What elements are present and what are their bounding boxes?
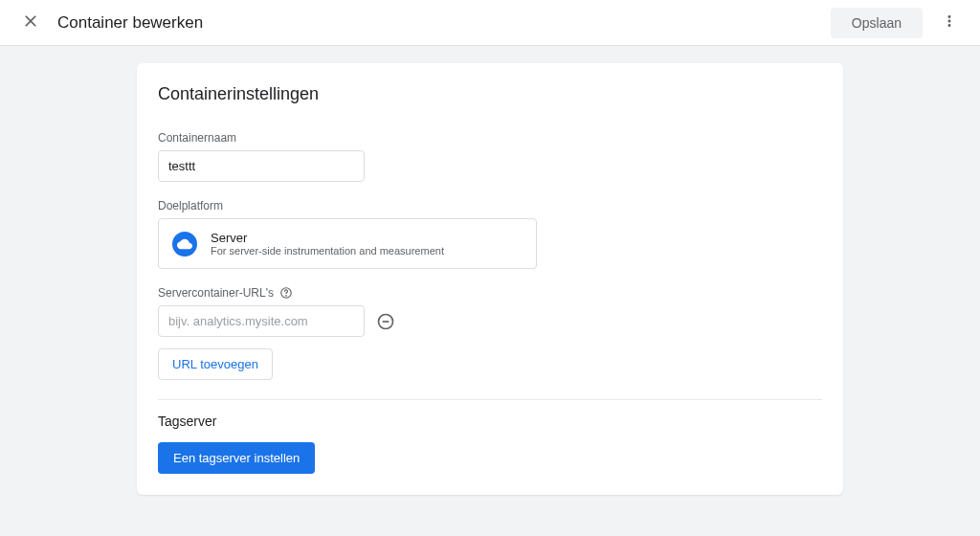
close-button[interactable]: [11, 4, 50, 42]
platform-name: Server: [211, 231, 444, 245]
platform-selector[interactable]: Server For server-side instrumentation a…: [158, 218, 537, 269]
url-input[interactable]: [158, 305, 365, 337]
svg-point-1: [286, 296, 287, 297]
settings-card: Containerinstellingen Containernaam Doel…: [137, 63, 843, 495]
url-row: [158, 305, 822, 337]
container-name-group: Containernaam: [158, 131, 822, 182]
close-icon: [21, 11, 40, 34]
platform-label: Doelplatform: [158, 199, 822, 212]
settings-title: Containerinstellingen: [158, 84, 822, 104]
tagserver-title: Tagserver: [158, 413, 822, 429]
save-button[interactable]: Opslaan: [831, 8, 923, 38]
remove-circle-icon: [376, 318, 395, 334]
setup-tagserver-button[interactable]: Een tagserver instellen: [158, 442, 315, 474]
container-name-input[interactable]: [158, 150, 365, 182]
add-url-button[interactable]: URL toevoegen: [158, 348, 273, 380]
more-vert-icon: [941, 12, 958, 34]
remove-url-button[interactable]: [376, 312, 395, 331]
header: Container bewerken Opslaan: [0, 0, 980, 46]
divider: [158, 399, 822, 400]
page-title: Container bewerken: [57, 13, 203, 33]
help-icon[interactable]: [279, 286, 293, 300]
platform-description: For server-side instrumentation and meas…: [211, 245, 444, 257]
container-name-label: Containernaam: [158, 131, 822, 145]
content-area: Containerinstellingen Containernaam Doel…: [0, 46, 980, 512]
urls-label: Servercontainer-URL's: [158, 286, 822, 300]
urls-group: Servercontainer-URL's URL toevoegen: [158, 286, 822, 380]
platform-group: Doelplatform Server For server-side inst…: [158, 199, 822, 269]
platform-text: Server For server-side instrumentation a…: [211, 231, 444, 257]
cloud-icon: [172, 232, 197, 257]
more-button[interactable]: [930, 4, 969, 42]
urls-label-text: Servercontainer-URL's: [158, 286, 274, 300]
